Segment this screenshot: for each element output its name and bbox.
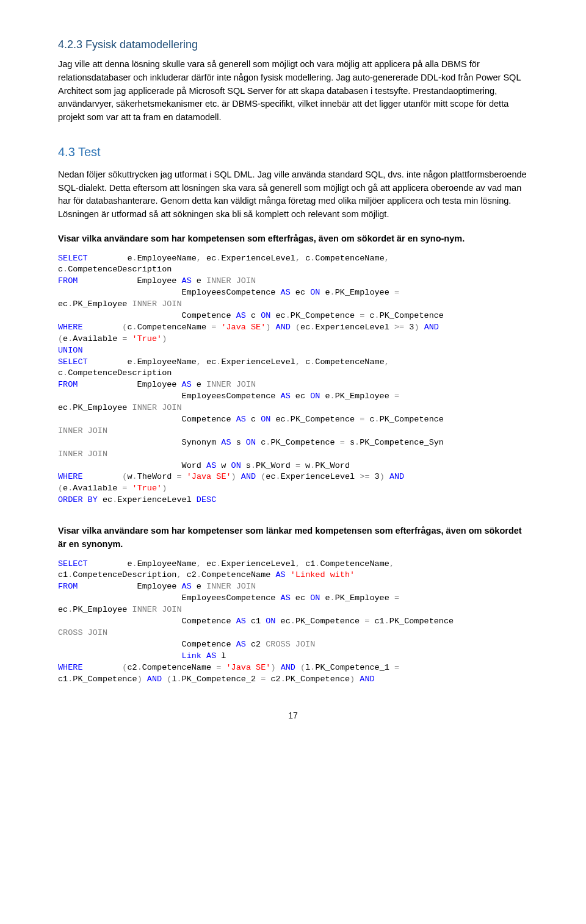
page-number: 17 xyxy=(58,709,528,722)
query-label-1: Visar vilka användare som har kompetense… xyxy=(58,232,528,246)
section-heading-physical-modeling: 4.2.3 Fysisk datamodellering xyxy=(58,37,528,53)
query-label-2: Visar vilka användare som har kompetense… xyxy=(58,525,528,551)
para-test-intro: Nedan följer sökuttrycken jag utformat i… xyxy=(58,168,528,221)
sql-code-block-1: SELECT e.EmployeeName, ec.ExperienceLeve… xyxy=(58,253,528,507)
sql-code-block-2: SELECT e.EmployeeName, ec.ExperienceLeve… xyxy=(58,559,528,686)
para-physical-modeling: Jag ville att denna lösning skulle vara … xyxy=(58,58,528,124)
section-heading-test: 4.3 Test xyxy=(58,143,528,161)
